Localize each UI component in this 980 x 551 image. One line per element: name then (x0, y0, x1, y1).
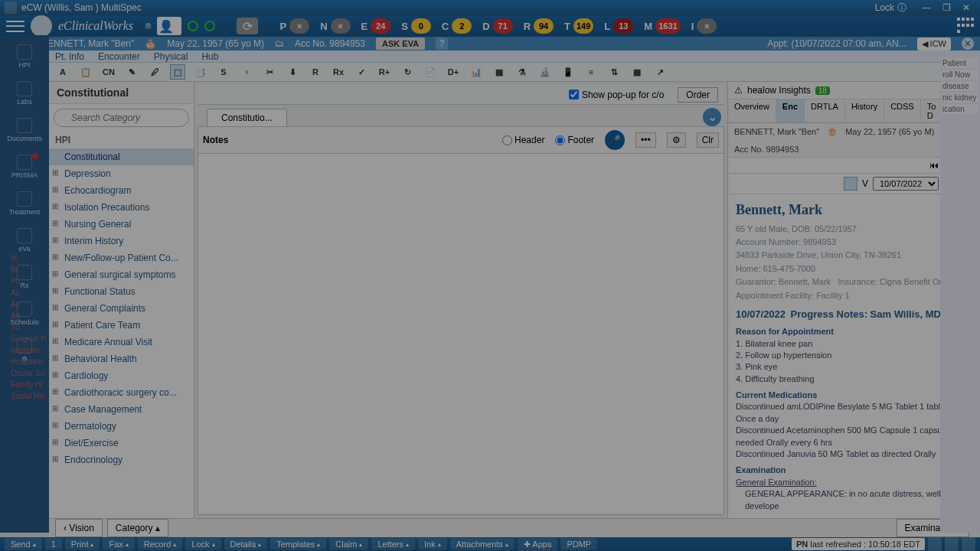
show-popup-checkbox[interactable]: Show pop-up for c/o (569, 90, 664, 100)
minimize-button[interactable]: — (917, 1, 936, 15)
maximize-button[interactable]: ❐ (937, 1, 956, 15)
hpi-item[interactable]: General surgical symptoms (49, 266, 194, 283)
menu-physical[interactable]: Physical (154, 51, 188, 62)
toolbar-icon-15[interactable]: ↻ (400, 64, 415, 80)
hpi-item[interactable]: Functional Status (49, 283, 194, 300)
footer-icon-1[interactable] (945, 537, 959, 551)
rtab-overview[interactable]: Overview (728, 99, 776, 122)
menu-toggle[interactable] (6, 18, 24, 34)
toolbar-icon-21[interactable]: 🔬 (537, 64, 553, 80)
toolbar-icon-6[interactable]: 📑 (193, 64, 208, 80)
hpi-item[interactable]: New/Follow-up Patient Co... (49, 249, 194, 266)
close-patient-button[interactable]: ✕ (962, 37, 974, 50)
category-button[interactable]: Category ▴ (107, 519, 168, 537)
badge-R[interactable]: R (524, 21, 531, 32)
lock-button[interactable]: Lockⓘ (875, 2, 906, 15)
hpi-item[interactable]: Interim History (49, 233, 194, 249)
footer-radio[interactable]: Footer (555, 135, 594, 145)
hpi-item[interactable]: Patient Care Team (49, 317, 194, 334)
badge-L[interactable]: L (604, 21, 610, 32)
toolbar-icon-25[interactable]: ▦ (629, 64, 645, 80)
footer-attachments[interactable]: Attachments ▴ (450, 538, 514, 550)
toolbar-icon-24[interactable]: ⇅ (606, 64, 622, 80)
badge-C[interactable]: C (442, 21, 449, 32)
footer-claim[interactable]: Claim ▴ (329, 538, 368, 550)
hpi-item[interactable]: Medicare Annual Visit (49, 334, 194, 350)
toolbar-icon-19[interactable]: ▦ (492, 64, 507, 80)
hpi-item[interactable]: Cardiothoracic surgery co... (49, 384, 194, 401)
hpi-item[interactable]: Cardiology (49, 367, 194, 384)
notes-textarea[interactable] (198, 153, 724, 515)
search-category-input[interactable] (54, 109, 189, 127)
footer-icon-2[interactable] (962, 537, 975, 551)
footer-lock[interactable]: Lock ▴ (185, 538, 220, 550)
toolbar-icon-13[interactable]: ✓ (354, 64, 369, 80)
hpi-item[interactable]: Case Management (49, 401, 194, 418)
rtab-drtla[interactable]: DRTLA (805, 99, 845, 122)
rtab-enc[interactable]: Enc (776, 99, 805, 122)
hpi-item[interactable]: Endocrinology (49, 452, 194, 468)
toolbar-icon-22[interactable]: 📱 (560, 64, 576, 80)
menu-ptinfo[interactable]: Pt. Info (55, 51, 84, 62)
more-button[interactable]: ••• (635, 132, 656, 148)
toolbar-icon-20[interactable]: ⚗ (514, 64, 530, 80)
hpi-item[interactable]: Nursing General (49, 216, 194, 233)
toolbar-icon-9[interactable]: ✂ (262, 64, 277, 80)
footer-record[interactable]: Record ▴ (138, 538, 182, 550)
patient-picker[interactable]: 👤▾ (157, 17, 181, 35)
footer-pdmp[interactable]: PDMP (560, 538, 597, 550)
hpi-item[interactable]: Diet/Exercise (49, 435, 194, 452)
hpi-item[interactable]: Constitutional (49, 148, 194, 165)
toolbar-icon-3[interactable]: ✎ (124, 64, 139, 80)
badge-N[interactable]: N (320, 21, 327, 32)
toolbar-icon-5[interactable]: ⬚ (170, 64, 185, 80)
close-button[interactable]: ✕ (957, 1, 975, 15)
healow-label[interactable]: healow Insights (747, 85, 811, 96)
icw-chip[interactable]: ◀ ICW (917, 37, 951, 51)
rtab-history[interactable]: History (845, 99, 884, 122)
badge-M[interactable]: M (644, 21, 652, 32)
footer-ink[interactable]: Ink ▴ (418, 538, 447, 550)
settings-button[interactable]: ⚙ (667, 132, 686, 148)
toolbar-icon-0[interactable]: A (55, 64, 70, 80)
footer-send[interactable]: Send ▴ (5, 538, 42, 550)
footer-fax[interactable]: Fax ▴ (103, 538, 134, 550)
toolbar-icon-7[interactable]: S (216, 64, 231, 80)
header-radio[interactable]: Header (502, 135, 544, 145)
date-icon-1[interactable] (844, 177, 858, 191)
ask-eva-button[interactable]: ASK EVA (376, 37, 425, 50)
apps-grid-button[interactable] (957, 18, 974, 34)
toolbar-icon-2[interactable]: CN (101, 64, 116, 80)
tab-dropdown[interactable]: ⌄ (703, 108, 721, 126)
toolbar-icon-4[interactable]: 🖊 (147, 64, 162, 80)
help-button[interactable]: ? (436, 37, 448, 50)
sidebar-hpi[interactable]: HPI (3, 40, 46, 73)
badge-E[interactable]: E (361, 21, 368, 32)
toolbar-icon-14[interactable]: R+ (377, 64, 392, 80)
date-select[interactable]: 10/07/2022 (873, 177, 939, 191)
menu-encounter[interactable]: Encounter (98, 51, 140, 62)
badge-T[interactable]: T (564, 21, 570, 32)
hpi-item[interactable]: Dermatology (49, 418, 194, 435)
footer-print[interactable]: Print ▴ (65, 538, 100, 550)
footer-icon-0[interactable] (928, 537, 942, 551)
clear-button[interactable]: Clr (697, 132, 719, 148)
toolbar-icon-26[interactable]: ↗ (652, 64, 668, 80)
hpi-item[interactable]: General Complaints (49, 300, 194, 317)
hpi-item[interactable]: Echocardiogram (49, 182, 194, 199)
toolbar-icon-8[interactable]: ♀ (239, 64, 254, 80)
toolbar-icon-10[interactable]: ⬇ (285, 64, 300, 80)
badge-I[interactable]: I (691, 21, 694, 32)
toolbar-icon-18[interactable]: 📊 (469, 64, 484, 80)
badge-S[interactable]: S (401, 21, 408, 32)
user-avatar[interactable] (31, 15, 52, 37)
toolbar-icon-12[interactable]: Rx (331, 64, 346, 80)
footer-details[interactable]: Details ▴ (224, 538, 268, 550)
nav-first[interactable]: ⏮ (929, 160, 939, 171)
footer-apps[interactable]: ✚ Apps (518, 538, 558, 551)
prev-section-button[interactable]: ‹ Vision (55, 519, 103, 537)
toolbar-icon-17[interactable]: D+ (446, 64, 461, 80)
mic-button[interactable]: 🎤 (605, 130, 625, 150)
toolbar-icon-11[interactable]: R (308, 64, 323, 80)
toolbar-icon-1[interactable]: 📋 (78, 64, 93, 80)
